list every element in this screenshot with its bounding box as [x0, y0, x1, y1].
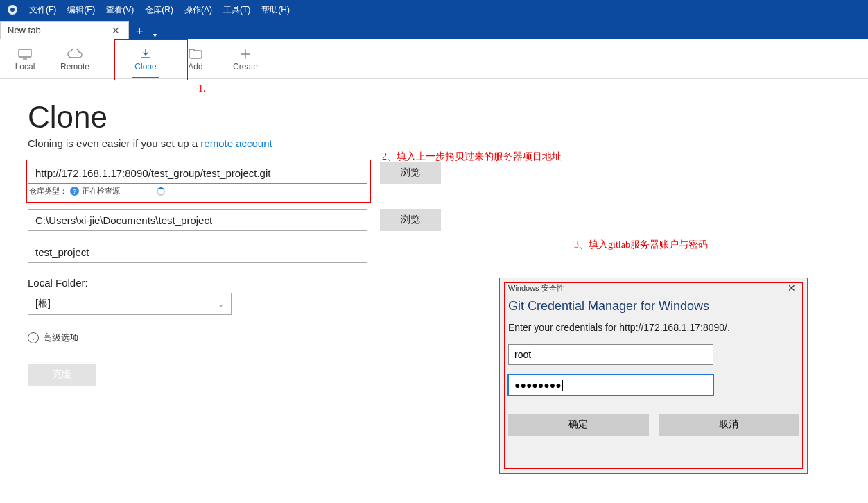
- dialog-small-title: Windows 安全性: [508, 283, 564, 293]
- dialog-small-title-row: Windows 安全性 ✕: [508, 281, 799, 295]
- cloud-icon: [67, 46, 83, 62]
- credential-dialog: Windows 安全性 ✕ Git Credential Manager for…: [499, 278, 808, 474]
- remote-account-link[interactable]: remote account: [200, 137, 272, 149]
- local-folder-value: [根]: [35, 298, 51, 310]
- tool-add-label: Add: [188, 62, 202, 71]
- repo-type-label: 仓库类型：: [29, 186, 67, 196]
- dialog-ok-button[interactable]: 确定: [508, 414, 649, 436]
- tab-dropdown-icon[interactable]: ▾: [150, 31, 159, 39]
- plus-icon: [240, 46, 251, 62]
- spinner-icon: [157, 187, 165, 196]
- dialog-close-icon[interactable]: ✕: [785, 282, 799, 293]
- menu-file[interactable]: 文件(F): [24, 4, 62, 16]
- browse-dest-button[interactable]: 浏览: [380, 209, 441, 231]
- project-name-input[interactable]: [28, 241, 367, 263]
- tool-local[interactable]: Local: [0, 39, 50, 78]
- checking-text: 正在检查源...: [82, 186, 126, 196]
- browse-source-button[interactable]: 浏览: [380, 162, 441, 184]
- annotation-2: 2、填入上一步拷贝过来的服务器项目地址: [382, 151, 562, 163]
- menu-tools[interactable]: 工具(T): [218, 4, 256, 16]
- menu-repo[interactable]: 仓库(R): [139, 4, 179, 16]
- dest-path-input[interactable]: [28, 209, 367, 231]
- tab-add-button[interactable]: +: [129, 24, 150, 39]
- tool-create[interactable]: Create: [220, 39, 270, 78]
- local-folder-select[interactable]: [根] ⌄: [28, 293, 232, 315]
- clone-button[interactable]: 克隆: [28, 364, 96, 386]
- subtitle-text: Cloning is even easier if you set up a: [28, 137, 200, 149]
- cursor: [562, 380, 563, 391]
- menu-edit[interactable]: 编辑(E): [62, 4, 101, 16]
- menu-help[interactable]: 帮助(H): [256, 4, 295, 16]
- tab-label: New tab: [8, 25, 41, 35]
- menu-action[interactable]: 操作(A): [179, 4, 218, 16]
- source-url-input[interactable]: [28, 162, 367, 184]
- question-icon: ?: [70, 187, 79, 196]
- tabbar: New tab ✕ + ▾: [0, 19, 868, 39]
- username-value: root: [514, 349, 531, 360]
- dialog-cancel-button[interactable]: 取消: [659, 414, 799, 436]
- monitor-icon: [18, 46, 32, 62]
- app-logo-icon: [7, 4, 18, 15]
- dialog-title: Git Credential Manager for Windows: [508, 295, 799, 322]
- folder-icon: [189, 46, 202, 62]
- tool-remote[interactable]: Remote: [50, 39, 100, 78]
- page-title: Clone: [28, 100, 868, 135]
- chevron-down-icon: ⌄: [218, 300, 224, 309]
- password-value: ●●●●●●●●: [514, 380, 562, 391]
- tool-clone[interactable]: Clone: [121, 39, 171, 78]
- tool-remote-label: Remote: [60, 62, 89, 71]
- menu-view[interactable]: 查看(V): [101, 4, 139, 16]
- chevron-down-circle-icon: ⌄: [28, 332, 39, 343]
- annotation-3: 3、填入gitlab服务器账户与密码: [574, 239, 708, 251]
- password-input[interactable]: ●●●●●●●●: [508, 375, 713, 395]
- tool-clone-label: Clone: [134, 62, 156, 71]
- advanced-label: 高级选项: [43, 332, 79, 344]
- repo-type-hint: 仓库类型： ? 正在检查源...: [28, 184, 868, 196]
- svg-point-1: [10, 8, 15, 12]
- tab-new[interactable]: New tab ✕: [0, 21, 129, 39]
- menubar: 文件(F) 编辑(E) 查看(V) 仓库(R) 操作(A) 工具(T) 帮助(H…: [0, 0, 868, 19]
- page-subtitle: Cloning is even easier if you set up a r…: [28, 137, 868, 149]
- tool-add[interactable]: Add: [171, 39, 220, 78]
- tool-create-label: Create: [233, 62, 258, 71]
- dialog-subtitle: Enter your credentials for http://172.16…: [508, 322, 799, 333]
- download-icon: [139, 46, 152, 62]
- toolbar: Local Remote Clone Add Create: [0, 39, 868, 79]
- annotation-1: 1.: [198, 83, 206, 94]
- username-input[interactable]: root: [508, 344, 713, 365]
- svg-rect-2: [19, 49, 31, 57]
- tab-close-icon[interactable]: ✕: [109, 25, 123, 36]
- tool-local-label: Local: [15, 62, 35, 71]
